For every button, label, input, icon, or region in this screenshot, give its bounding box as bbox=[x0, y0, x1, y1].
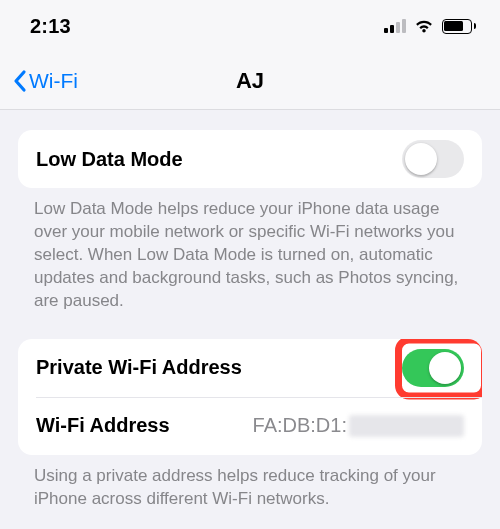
wifi-address-value: FA:DB:D1: bbox=[253, 414, 464, 437]
private-wifi-cell[interactable]: Private Wi-Fi Address bbox=[18, 339, 482, 397]
wifi-address-label: Wi-Fi Address bbox=[36, 414, 170, 437]
private-wifi-footer: Using a private address helps reduce tra… bbox=[34, 465, 466, 511]
back-label: Wi-Fi bbox=[29, 69, 78, 93]
private-wifi-toggle[interactable] bbox=[402, 349, 464, 387]
low-data-mode-toggle[interactable] bbox=[402, 140, 464, 178]
page-title: AJ bbox=[236, 68, 264, 94]
status-indicators bbox=[384, 18, 477, 34]
low-data-mode-cell[interactable]: Low Data Mode bbox=[18, 130, 482, 188]
cellular-signal-icon bbox=[384, 19, 406, 33]
low-data-mode-group: Low Data Mode bbox=[18, 130, 482, 188]
wifi-address-cell: Wi-Fi Address FA:DB:D1: bbox=[18, 397, 482, 455]
private-wifi-label: Private Wi-Fi Address bbox=[36, 356, 242, 379]
status-time: 2:13 bbox=[30, 15, 71, 38]
back-button[interactable]: Wi-Fi bbox=[0, 69, 78, 93]
redacted-mac bbox=[349, 415, 464, 437]
wifi-icon bbox=[413, 18, 435, 34]
private-wifi-group: Private Wi-Fi Address Wi-Fi Address FA:D… bbox=[18, 339, 482, 455]
battery-icon bbox=[442, 19, 477, 34]
low-data-mode-footer: Low Data Mode helps reduce your iPhone d… bbox=[34, 198, 466, 313]
nav-header: Wi-Fi AJ bbox=[0, 52, 500, 110]
status-bar: 2:13 bbox=[0, 0, 500, 52]
low-data-mode-label: Low Data Mode bbox=[36, 148, 183, 171]
chevron-left-icon bbox=[12, 69, 27, 93]
